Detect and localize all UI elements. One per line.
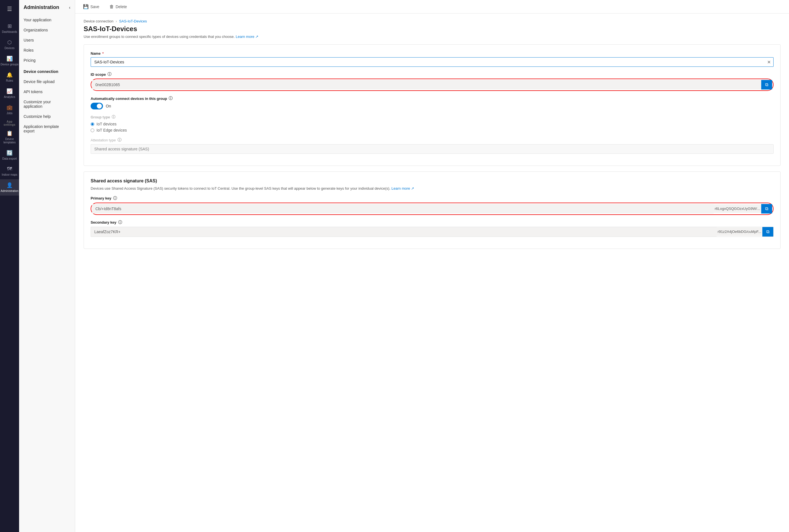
primary-key-ellipsis: r6LogxQSQGOzxUyG9W/... <box>713 204 761 213</box>
name-label: Name * <box>91 51 774 56</box>
dashboards-icon: ⊞ <box>7 23 12 29</box>
primary-key-field-wrapper: r6LogxQSQGOzxUyG9W/... ⧉ <box>92 204 772 213</box>
group-type-label: Group type ⓘ <box>91 114 774 119</box>
name-input[interactable] <box>91 57 774 67</box>
nav-roles[interactable]: Roles <box>19 45 75 55</box>
attestation-type-group: Attestation type ⓘ <box>91 137 774 154</box>
id-scope-group: ID scope ⓘ ⧉ <box>91 72 774 91</box>
nav-analytics[interactable]: 📈 Analytics <box>0 85 19 101</box>
nav-api-tokens[interactable]: API tokens <box>19 87 75 97</box>
page-desc-text: Use enrollment groups to connect specifi… <box>83 35 235 39</box>
secondary-key-info-icon: ⓘ <box>118 220 122 225</box>
id-scope-highlighted: ⧉ <box>91 79 774 91</box>
nav-pricing[interactable]: Pricing <box>19 55 75 65</box>
radio-iot-edge-label[interactable]: IoT Edge devices <box>97 128 127 132</box>
auto-connect-toggle[interactable] <box>91 103 103 110</box>
administration-label: Administration <box>1 189 18 193</box>
attestation-info-icon: ⓘ <box>118 137 121 142</box>
collapse-button[interactable]: ‹ <box>69 5 71 10</box>
jobs-icon: 💼 <box>6 104 13 111</box>
secondary-key-group: Secondary key ⓘ r91z2A4jOe6bDG/cuMpF... … <box>91 220 774 237</box>
indoor-maps-icon: 🗺 <box>7 166 12 172</box>
device-templates-label: Device templates <box>0 137 19 144</box>
id-scope-copy-button[interactable]: ⧉ <box>761 80 772 90</box>
radio-iot-edge-input[interactable] <box>91 129 94 132</box>
rules-label: Rules <box>6 79 13 82</box>
data-export-icon: 🔄 <box>6 150 13 156</box>
hamburger-menu[interactable]: ☰ <box>5 3 14 15</box>
breadcrumb: Device connection › SAS-IoT-Devices <box>83 19 781 23</box>
nav-rules[interactable]: 🔔 Rules <box>0 69 19 85</box>
save-icon: 💾 <box>83 4 89 9</box>
nav-device-groups[interactable]: 📊 Device groups <box>0 53 19 69</box>
attestation-type-input <box>91 144 774 154</box>
sas-learn-more-link[interactable]: Learn more ↗ <box>391 186 414 191</box>
nav-device-connection[interactable]: Device connection <box>19 65 75 77</box>
content-area: Device connection › SAS-IoT-Devices SAS-… <box>75 14 789 532</box>
devices-icon: ⬡ <box>7 39 12 45</box>
secondary-key-ellipsis: r91z2A4jOe6bDG/cuMpF... <box>717 227 762 236</box>
nav-customize-app[interactable]: Customize your application <box>19 97 75 111</box>
secondary-key-label: Secondary key ⓘ <box>91 220 774 225</box>
id-scope-field-wrapper: ⧉ <box>92 80 772 90</box>
nav-app-template-export[interactable]: Application template export <box>19 121 75 136</box>
nav-device-templates[interactable]: 📋 Device templates <box>0 127 19 147</box>
left-nav: ☰ ⊞ Dashboards ⬡ Devices 📊 Device groups… <box>0 0 19 532</box>
learn-more-link-1[interactable]: Learn more ↗ <box>236 35 258 39</box>
radio-iot-devices-label[interactable]: IoT devices <box>97 122 116 126</box>
nav-organizations[interactable]: Organizations <box>19 25 75 35</box>
id-scope-info-icon: ⓘ <box>108 72 111 77</box>
toggle-thumb <box>97 103 102 109</box>
primary-key-group: Primary key ⓘ r6LogxQSQGOzxUyG9W/... ⧉ <box>91 196 774 215</box>
breadcrumb-current: SAS-IoT-Devices <box>119 19 147 23</box>
indoor-maps-label: Indoor maps <box>2 173 17 176</box>
toggle-track[interactable] <box>91 103 103 110</box>
dashboards-label: Dashboards <box>2 30 17 34</box>
secondary-key-input <box>91 227 717 236</box>
breadcrumb-parent[interactable]: Device connection <box>83 19 113 23</box>
primary-key-label: Primary key ⓘ <box>91 196 774 201</box>
nav-device-file-upload[interactable]: Device file upload <box>19 77 75 87</box>
nav-dashboards[interactable]: ⊞ Dashboards <box>0 20 19 37</box>
jobs-label: Jobs <box>6 112 12 115</box>
secondary-key-copy-button[interactable]: ⧉ <box>762 227 773 236</box>
name-clear-button[interactable]: ✕ <box>767 59 771 65</box>
save-button[interactable]: 💾 Save <box>81 3 101 11</box>
nav-jobs[interactable]: 💼 Jobs <box>0 101 19 118</box>
nav-administration[interactable]: 👤 Administration <box>0 179 19 195</box>
toggle-row: On <box>91 103 774 110</box>
rules-icon: 🔔 <box>6 72 13 78</box>
administration-icon: 👤 <box>6 182 13 188</box>
sas-card: Shared access signature (SAS) Devices us… <box>83 171 781 249</box>
auto-connect-info-icon: ⓘ <box>169 96 173 101</box>
second-nav: Administration ‹ Your application Organi… <box>19 0 75 532</box>
device-groups-label: Device groups <box>1 63 19 66</box>
delete-button[interactable]: 🗑 Delete <box>107 3 129 11</box>
id-scope-input <box>92 80 761 90</box>
device-templates-icon: 📋 <box>6 130 13 136</box>
radio-iot-devices: IoT devices <box>91 122 774 126</box>
group-type-group: Group type ⓘ IoT devices IoT Edge device… <box>91 114 774 132</box>
second-nav-header: Administration ‹ <box>19 4 75 15</box>
toolbar: 💾 Save 🗑 Delete <box>75 0 789 14</box>
sas-title: Shared access signature (SAS) <box>91 178 774 184</box>
name-input-wrapper: ✕ <box>91 57 774 67</box>
auto-connect-group: Automatically connect devices in this gr… <box>91 96 774 110</box>
attestation-type-label: Attestation type ⓘ <box>91 137 774 142</box>
nav-users[interactable]: Users <box>19 35 75 45</box>
main-card: Name * ✕ ID scope ⓘ ⧉ <box>83 44 781 166</box>
radio-iot-edge: IoT Edge devices <box>91 128 774 132</box>
nav-your-application[interactable]: Your application <box>19 15 75 25</box>
primary-key-copy-button[interactable]: ⧉ <box>761 204 772 213</box>
sas-description: Devices use Shared Access Signature (SAS… <box>91 186 774 191</box>
nav-data-export[interactable]: 🔄 Data export <box>0 147 19 163</box>
nav-indoor-maps[interactable]: 🗺 Indoor maps <box>0 163 19 179</box>
toggle-state-label: On <box>106 104 111 108</box>
primary-key-info-icon: ⓘ <box>113 196 117 201</box>
page-description: Use enrollment groups to connect specifi… <box>83 35 781 39</box>
nav-devices[interactable]: ⬡ Devices <box>0 37 19 53</box>
radio-iot-devices-input[interactable] <box>91 122 94 126</box>
page-title: SAS-IoT-Devices <box>83 25 781 33</box>
analytics-icon: 📈 <box>6 88 13 94</box>
nav-customize-help[interactable]: Customize help <box>19 111 75 121</box>
